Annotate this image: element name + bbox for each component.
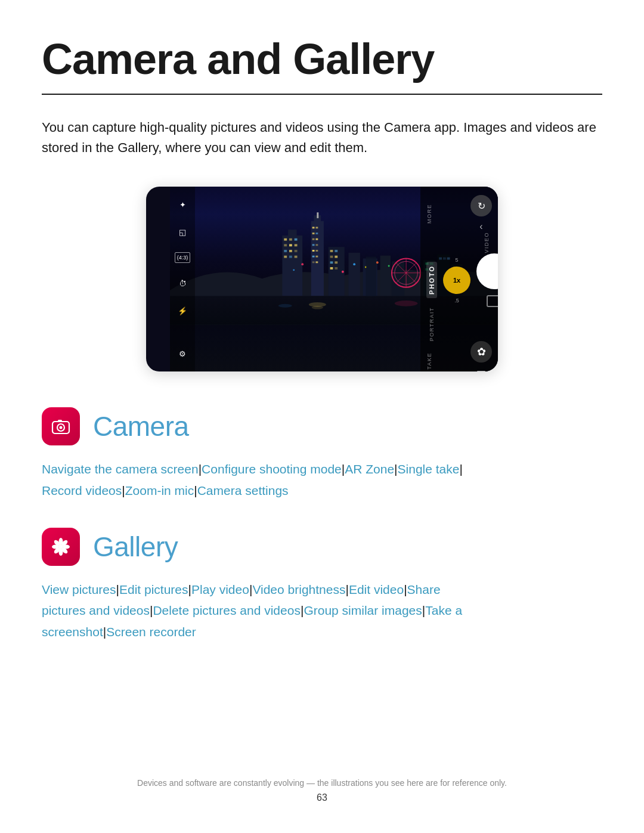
camera-section-links: Navigate the camera screen|Configure sho… (42, 459, 602, 501)
svg-rect-14 (315, 256, 318, 258)
camera-flash-icon: ⚡ (175, 304, 190, 318)
link-view-pictures[interactable]: View pictures (42, 583, 116, 596)
link-group-similar-images[interactable]: Group similar images (304, 603, 422, 617)
svg-rect-23 (289, 244, 292, 247)
svg-rect-19 (284, 239, 287, 241)
svg-rect-16 (315, 262, 318, 264)
svg-rect-24 (295, 244, 298, 247)
link-video-brightness[interactable]: Video brightness (252, 583, 345, 596)
svg-rect-38 (330, 267, 333, 270)
link-camera-settings[interactable]: Camera settings (197, 484, 289, 497)
link-screen-recorder[interactable]: Screen recorder (106, 625, 196, 639)
link-edit-pictures[interactable]: Edit pictures (119, 583, 188, 596)
svg-point-55 (301, 264, 304, 266)
camera-settings-icon: ⚙ (175, 346, 190, 361)
svg-rect-13 (312, 256, 315, 258)
portrait-mode-label: PORTRAIT (429, 307, 435, 341)
svg-rect-35 (335, 256, 338, 258)
svg-rect-62 (366, 257, 376, 296)
svg-rect-26 (289, 250, 292, 252)
link-share-pictures-videos[interactable]: Share (407, 583, 441, 596)
link-take-screenshot-cont[interactable]: screenshot (42, 625, 103, 639)
camera-section-title: Camera (93, 410, 189, 442)
menu-dots-icon (475, 368, 488, 371)
camera-effects-icon: ✦ (175, 197, 190, 212)
footer-page-number: 63 (0, 792, 644, 803)
link-play-video[interactable]: Play video (191, 583, 249, 596)
zoom-5-label: 5 (455, 257, 458, 263)
phone-mockup-container: ✦ ◱ (4:3) ⏱ ⚡ ⚙ MORE ↻ ‹ (42, 187, 602, 371)
camera-ratio-icon: (4:3) (175, 252, 190, 263)
link-zoom-in-mic[interactable]: Zoom-in mic (125, 484, 194, 497)
svg-rect-18 (288, 230, 296, 239)
rotate-camera-icon: ↻ (470, 195, 492, 216)
svg-rect-33 (335, 250, 338, 252)
title-divider (42, 94, 602, 95)
svg-point-86 (58, 544, 63, 549)
svg-rect-32 (330, 250, 333, 252)
link-take-screenshot[interactable]: Take a (425, 603, 462, 617)
photo-mode-area: PHOTO 5 1x .5 (426, 253, 492, 307)
link-single-take[interactable]: Single take (398, 462, 460, 476)
svg-rect-10 (315, 244, 318, 246)
svg-rect-25 (284, 250, 287, 252)
camera-right-panel: MORE ↻ ‹ VIDEO PHOTO 5 1x .5 (420, 187, 498, 371)
zoom-point5-label: .5 (454, 298, 459, 304)
svg-point-59 (312, 306, 323, 309)
svg-rect-42 (380, 256, 391, 296)
link-ar-zone[interactable]: AR Zone (345, 462, 394, 476)
footer: Devices and software are constantly evol… (0, 778, 644, 803)
gallery-section-header: Gallery (42, 528, 602, 566)
thumbnail-preview (487, 295, 498, 307)
link-share-pictures-videos-cont[interactable]: pictures and videos (42, 603, 150, 617)
svg-rect-15 (312, 262, 315, 264)
camera-timer-icon: ⏱ (175, 276, 190, 290)
svg-rect-20 (289, 239, 292, 241)
svg-rect-7 (312, 239, 315, 240)
link-navigate-camera-screen[interactable]: Navigate the camera screen (42, 462, 199, 476)
svg-rect-3 (312, 227, 315, 229)
svg-point-61 (278, 304, 292, 308)
camera-mode-icon: ◱ (175, 225, 190, 239)
svg-rect-0 (311, 221, 324, 296)
gallery-section-links: View pictures|Edit pictures|Play video|V… (42, 579, 602, 643)
zoom-1x-button[interactable]: 1x (443, 267, 470, 294)
svg-rect-36 (330, 262, 333, 264)
svg-rect-77 (58, 420, 62, 422)
svg-rect-8 (315, 239, 318, 240)
svg-point-54 (388, 265, 390, 267)
svg-rect-30 (295, 256, 298, 258)
link-record-videos[interactable]: Record videos (42, 484, 122, 497)
svg-rect-28 (284, 256, 287, 258)
portrait-mode-area: PORTRAIT (426, 307, 492, 341)
photo-mode-label-active: PHOTO (426, 262, 437, 298)
svg-point-53 (376, 262, 379, 264)
svg-rect-29 (289, 256, 292, 258)
svg-point-56 (293, 270, 295, 271)
gallery-app-icon (42, 528, 80, 566)
more-mode-label: MORE (426, 204, 432, 224)
svg-rect-27 (295, 250, 298, 252)
svg-rect-21 (295, 239, 298, 241)
link-delete-pictures-videos[interactable]: Delete pictures and videos (153, 603, 300, 617)
svg-rect-37 (335, 262, 338, 264)
video-mode-area: VIDEO (426, 232, 492, 253)
shutter-button[interactable] (476, 253, 498, 289)
video-mode-label: VIDEO (484, 232, 490, 253)
link-configure-shooting-mode[interactable]: Configure shooting mode (202, 462, 342, 476)
svg-rect-6 (315, 233, 318, 234)
link-edit-video[interactable]: Edit video (349, 583, 404, 596)
phone-mockup: ✦ ◱ (4:3) ⏱ ⚡ ⚙ MORE ↻ ‹ (146, 187, 498, 371)
svg-point-76 (60, 426, 63, 429)
svg-rect-39 (335, 267, 338, 270)
svg-rect-12 (315, 250, 318, 252)
svg-rect-9 (312, 244, 315, 246)
gallery-section-title: Gallery (93, 531, 178, 563)
svg-point-60 (395, 301, 418, 306)
svg-rect-2 (317, 213, 318, 219)
take-label: TAKE (426, 352, 432, 370)
svg-point-50 (342, 271, 344, 273)
camera-section-header: Camera (42, 407, 602, 445)
svg-rect-40 (348, 253, 360, 296)
chevron-left-icon: ‹ (479, 221, 482, 232)
